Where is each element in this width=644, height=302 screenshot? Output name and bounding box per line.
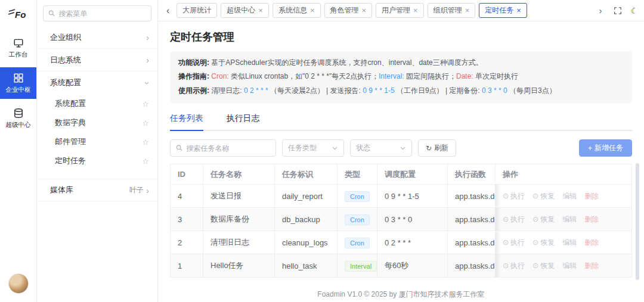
favorite-star-icon[interactable]: ☆ xyxy=(142,119,149,127)
info-box: 功能说明: 基于APScheduler实现的定时任务调度系统，支持cron、in… xyxy=(170,51,632,103)
delete-action[interactable]: 删除 xyxy=(584,238,599,248)
chevron-right-icon: › xyxy=(146,33,149,42)
tabs-scroll-right-icon[interactable]: › xyxy=(596,6,606,15)
resume-action[interactable]: ⊙恢复 xyxy=(532,261,555,271)
tag-list: 大屏统计 超级中心 × 系统信息 × 角色管理 × 用户管理 × xyxy=(177,3,592,18)
col-header-schedule: 调度配置 xyxy=(377,164,448,185)
tab-super-center[interactable]: 超级中心 × xyxy=(221,3,269,18)
task-type-select[interactable]: 任务类型 xyxy=(282,139,344,157)
menu-item-data-dictionary[interactable]: 数据字典 ☆ xyxy=(37,113,157,132)
chevron-right-icon: › xyxy=(146,186,149,195)
execute-action[interactable]: ⊙执行 xyxy=(503,261,525,271)
close-tab-icon[interactable]: × xyxy=(465,7,470,14)
play-circle-icon: ⊙ xyxy=(503,261,509,270)
cell-id: 2 xyxy=(171,231,203,254)
cron-expression: 0 9 * * 1-5 xyxy=(363,86,394,95)
menu-item-mail-management[interactable]: 邮件管理 ☆ xyxy=(37,132,157,151)
type-badge: Cron xyxy=(345,238,370,248)
info-text: （每周日3点） xyxy=(507,86,556,95)
resume-action[interactable]: ⊙恢复 xyxy=(532,214,555,225)
col-header-function: 执行函数 xyxy=(448,164,496,185)
cell-id: 3 xyxy=(171,208,203,231)
icon-rail: Fo 工作台 企业中枢 超级中心 xyxy=(0,0,37,302)
execute-action[interactable]: ⊙执行 xyxy=(503,191,525,201)
execute-action[interactable]: ⊙执行 xyxy=(503,214,525,225)
action-label: 恢复 xyxy=(540,261,555,271)
close-tab-icon[interactable]: × xyxy=(413,7,418,14)
tab-system-info[interactable]: 系统信息 × xyxy=(273,3,321,18)
play-circle-icon: ⊙ xyxy=(503,215,509,223)
menu-search-input[interactable] xyxy=(59,10,146,18)
table-header-row: ID 任务名称 任务标识 类型 调度配置 执行函数 操作 xyxy=(171,164,632,185)
status-select[interactable]: 状态 xyxy=(350,139,412,157)
menu-item-scheduled-tasks[interactable]: 定时任务 ☆ xyxy=(37,151,157,170)
menu-item-media-library[interactable]: 媒体库 叶子 › xyxy=(37,179,157,201)
close-tab-icon[interactable]: × xyxy=(362,7,367,14)
avatar[interactable] xyxy=(8,273,29,294)
add-task-button[interactable]: +新增任务 xyxy=(579,139,632,157)
menu-item-system-config-group[interactable]: 系统配置 › xyxy=(37,71,157,94)
execute-action[interactable]: ⊙执行 xyxy=(503,238,525,248)
menu-item-log-system[interactable]: 日志系统 › xyxy=(37,49,157,71)
favorite-star-icon[interactable]: ☆ xyxy=(142,157,149,166)
action-label: 执行 xyxy=(510,214,525,225)
cell-function: app.tasks.demo xyxy=(448,208,496,231)
dark-mode-moon-icon[interactable]: ☾ xyxy=(630,6,638,15)
tab-org-management[interactable]: 组织管理 × xyxy=(428,3,476,18)
tab-label: 组织管理 xyxy=(434,5,462,15)
tab-user-management[interactable]: 用户管理 × xyxy=(376,3,424,18)
tab-dashboard[interactable]: 大屏统计 xyxy=(177,3,217,18)
delete-action[interactable]: 删除 xyxy=(584,191,599,201)
info-text: 固定间隔执行； xyxy=(404,72,456,80)
refresh-button[interactable]: ↻刷新 xyxy=(418,139,456,157)
fullscreen-icon[interactable] xyxy=(614,7,622,15)
tabs-scroll-left-icon[interactable]: ‹ xyxy=(163,5,173,16)
tab-task-list[interactable]: 任务列表 xyxy=(170,113,203,130)
edit-action[interactable]: 编辑 xyxy=(562,191,577,201)
tab-role-management[interactable]: 角色管理 × xyxy=(324,3,373,18)
logo-icon: Fo xyxy=(7,8,30,21)
tab-execution-log[interactable]: 执行日志 xyxy=(226,113,259,130)
task-search[interactable] xyxy=(170,139,276,157)
grid-icon xyxy=(13,73,24,83)
rail-item-workbench[interactable]: 工作台 xyxy=(0,32,36,64)
menu-item-system-config[interactable]: 系统配置 ☆ xyxy=(37,94,157,113)
rail-item-super-center[interactable]: 超级中心 xyxy=(0,102,36,134)
close-tab-icon[interactable]: × xyxy=(516,7,521,14)
menu-item-label: 企业组织 xyxy=(50,32,81,43)
task-search-input[interactable] xyxy=(187,144,270,152)
edit-action[interactable]: 编辑 xyxy=(562,261,577,271)
close-tab-icon[interactable]: × xyxy=(258,7,263,14)
tab-scheduled-tasks[interactable]: 定时任务 × xyxy=(479,3,527,18)
plus-icon: + xyxy=(588,144,592,152)
menu-item-label: 定时任务 xyxy=(55,155,86,166)
app-root: Fo 工作台 企业中枢 超级中心 xyxy=(0,0,644,302)
delete-action[interactable]: 删除 xyxy=(584,214,599,225)
favorite-star-icon[interactable]: ☆ xyxy=(142,138,149,147)
menu-item-enterprise-org[interactable]: 企业组织 › xyxy=(37,26,157,49)
main-area: ‹ 大屏统计 超级中心 × 系统信息 × 角色管理 × 用户管理 xyxy=(158,0,644,302)
edit-action[interactable]: 编辑 xyxy=(562,214,577,225)
cell-id: 4 xyxy=(171,185,203,208)
cell-schedule: 0 2 * * * xyxy=(377,231,448,254)
scrollbar[interactable] xyxy=(636,163,639,280)
cell-function: app.tasks.demo xyxy=(448,185,496,208)
col-header-actions: 操作 xyxy=(496,164,632,185)
close-tab-icon[interactable]: × xyxy=(310,7,315,14)
resume-action[interactable]: ⊙恢复 xyxy=(532,191,555,201)
info-label: 操作指南: xyxy=(178,72,209,80)
info-label: 使用示例: xyxy=(178,86,209,95)
favorite-star-icon[interactable]: ☆ xyxy=(142,99,149,108)
cell-key: db_backup xyxy=(275,208,338,231)
edit-action[interactable]: 编辑 xyxy=(562,238,577,248)
delete-action[interactable]: 删除 xyxy=(584,261,599,271)
info-text: 清理日志: xyxy=(209,86,244,95)
menu-search[interactable] xyxy=(43,5,151,21)
cron-expression: 0 3 * * 0 xyxy=(482,86,507,95)
refresh-label: 刷新 xyxy=(434,143,448,153)
select-placeholder: 状态 xyxy=(356,143,370,153)
menu-gap xyxy=(37,170,157,179)
rail-item-enterprise-hub[interactable]: 企业中枢 xyxy=(0,67,36,99)
resume-action[interactable]: ⊙恢复 xyxy=(532,238,555,248)
logo: Fo xyxy=(0,0,36,29)
